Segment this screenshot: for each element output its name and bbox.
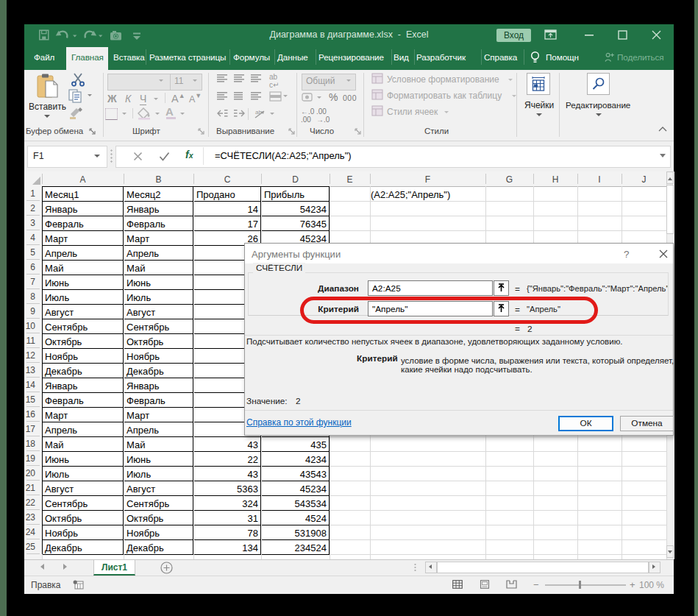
svg-text:ab: ab xyxy=(255,109,262,116)
